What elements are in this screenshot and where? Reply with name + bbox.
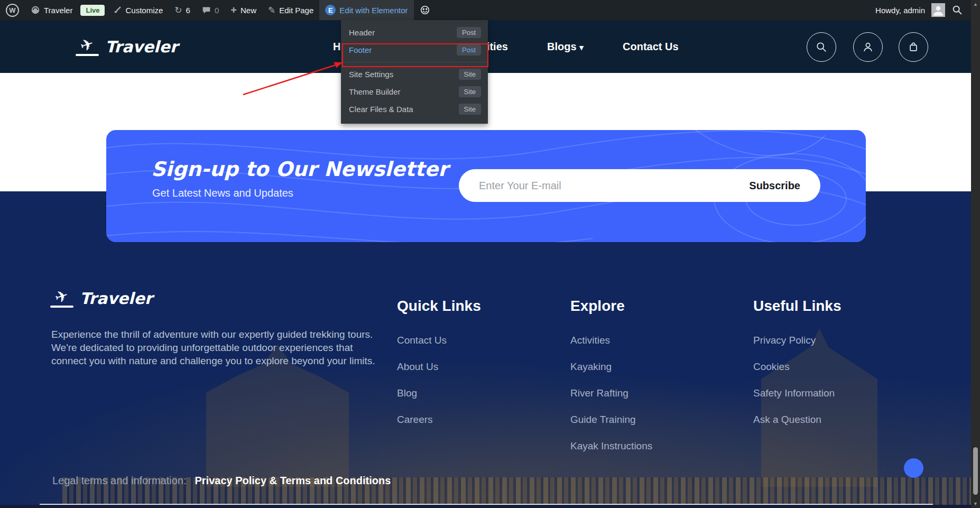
scrollbar-up-arrow[interactable]: ▲ (971, 0, 980, 8)
footer-link-cookies[interactable]: Cookies (753, 361, 790, 373)
footer-description-line1: Experience the thrill of adventure with … (51, 328, 385, 341)
wordpress-logo-icon: W (6, 4, 19, 17)
scroll-to-top-button[interactable] (904, 458, 923, 478)
updates-menu[interactable]: ↻ 6 (169, 0, 196, 20)
footer-link-safety-information[interactable]: Safety Information (753, 387, 835, 399)
scrollbar-down-arrow[interactable]: ▼ (971, 500, 980, 508)
footer-link-about-us[interactable]: About Us (397, 361, 438, 373)
dashboard-gauge-icon (31, 5, 40, 15)
elementor-dropdown-menu: Header Post Footer Post Site Settings Si… (341, 20, 488, 124)
pencil-icon: ✎ (268, 6, 275, 15)
site-menu[interactable]: Traveler (25, 0, 78, 20)
wp-admin-bar: W Traveler Live Customize ↻ 6 (0, 0, 980, 20)
scrollbar-thumb[interactable] (973, 447, 978, 495)
footer-link-activities[interactable]: Activities (570, 335, 610, 346)
footer-link-contact-us[interactable]: Contact Us (397, 335, 447, 346)
footer-link-river-rafting[interactable]: River Rafting (570, 387, 628, 399)
footer-link-blog[interactable]: Blog (397, 387, 417, 399)
updates-count: 6 (186, 6, 190, 15)
brush-icon (113, 6, 122, 15)
howdy-admin[interactable]: Howdy, admin (875, 6, 925, 15)
edit-with-elementor-label: Edit with Elementor (339, 6, 408, 15)
wp-logo-menu[interactable]: W (0, 0, 25, 20)
elementor-icon: E (325, 5, 336, 15)
search-icon (816, 41, 827, 53)
menu-item-theme-builder[interactable]: Theme Builder Site (341, 83, 488, 100)
footer-link-ask-a-question[interactable]: Ask a Question (753, 414, 821, 426)
comments-count: 0 (215, 6, 219, 15)
newsletter-subtitle: Get Latest News and Updates (152, 187, 293, 199)
search-button[interactable] (807, 32, 836, 62)
legal-prefix: Legal terms and information: (52, 475, 186, 487)
edit-page-menu[interactable]: ✎ Edit Page (262, 0, 319, 20)
comment-icon (202, 6, 211, 15)
new-menu[interactable]: + New (225, 0, 262, 20)
badge-site: Site (459, 86, 481, 97)
footer-link-kayaking[interactable]: Kayaking (570, 361, 612, 373)
live-badge: Live (80, 5, 105, 16)
site-logo[interactable]: ✈ Traveler (76, 37, 178, 56)
avatar-person-icon (931, 3, 945, 17)
nav-link-contact[interactable]: Contact Us (623, 41, 679, 53)
customize-menu[interactable]: Customize (107, 0, 169, 20)
footer-link-privacy-policy[interactable]: Privacy Policy (753, 335, 816, 346)
shopping-bag-icon (908, 41, 919, 53)
smiley-icon (420, 5, 430, 15)
brand-name: Traveler (105, 38, 178, 56)
newsletter-title: Sign-up to Our Newsletter (151, 158, 448, 181)
footer-brand-name: Traveler (80, 289, 153, 308)
comments-menu[interactable]: 0 (196, 0, 225, 20)
plus-icon: + (230, 5, 237, 15)
footer-logo: ✈ Traveler (50, 289, 153, 308)
newsletter-form: Subscribe (459, 169, 820, 202)
vertical-scrollbar[interactable]: ▲ ▼ (971, 0, 980, 508)
edit-with-elementor-menu[interactable]: E Edit with Elementor (319, 0, 413, 20)
subscribe-button[interactable]: Subscribe (746, 179, 820, 192)
legal-terms-link[interactable]: Privacy Policy & Terms and Conditions (195, 475, 391, 487)
footer-heading-quick-links: Quick Links (397, 298, 481, 315)
menu-item-site-settings[interactable]: Site Settings Site (341, 66, 488, 83)
badge-site: Site (459, 69, 481, 80)
new-label: New (241, 6, 256, 15)
avatar[interactable] (931, 3, 945, 17)
customize-label: Customize (125, 6, 163, 15)
plane-logo-icon: ✈ (50, 289, 73, 308)
menu-item-header[interactable]: Header Post (341, 24, 488, 41)
badge-post: Post (457, 27, 481, 38)
footer-link-guide-training[interactable]: Guide Training (570, 414, 636, 426)
footer-description: Experience the thrill of adventure with … (51, 328, 385, 367)
menu-item-clear-files[interactable]: Clear Files & Data Site (341, 100, 488, 118)
admin-search-icon[interactable] (951, 4, 963, 16)
footer-heading-explore: Explore (570, 298, 625, 315)
badge-site: Site (459, 104, 481, 115)
annotation-highlight-rect (342, 43, 488, 67)
footer-description-line2: We're dedicated to providing unforgettab… (51, 341, 385, 367)
footer-heading-useful-links: Useful Links (753, 298, 841, 315)
edit-page-label: Edit Page (279, 6, 313, 15)
account-button[interactable] (853, 32, 883, 62)
chevron-down-icon: ▾ (579, 43, 584, 52)
footer-link-careers[interactable]: Careers (397, 414, 433, 426)
newsletter-section: Sign-up to Our Newsletter Get Latest New… (106, 130, 866, 242)
nav-link-blogs[interactable]: Blogs ▾ (547, 41, 584, 53)
plane-logo-icon: ✈ (76, 37, 99, 56)
site-name: Traveler (44, 6, 72, 15)
user-icon (862, 41, 874, 53)
email-input[interactable] (478, 179, 746, 192)
update-icon: ↻ (174, 6, 182, 15)
cart-button[interactable] (899, 32, 928, 62)
footer-link-kayak-instructions[interactable]: Kayak Instructions (570, 440, 652, 452)
site-navbar: ✈ Traveler Home Activities Blogs ▾ Conta… (0, 20, 980, 73)
bottom-strip (0, 505, 971, 508)
plugin-smiley-menu[interactable] (414, 0, 436, 20)
legal-row: Legal terms and information: Privacy Pol… (52, 475, 391, 487)
page: ✈ Traveler Home Activities Blogs ▾ Conta… (0, 0, 980, 508)
bottom-divider-line (40, 504, 933, 505)
